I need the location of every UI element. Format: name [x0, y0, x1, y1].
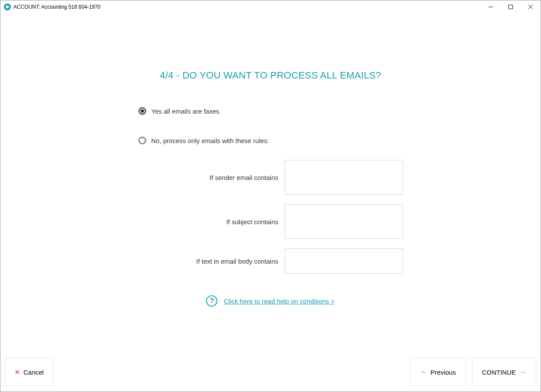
previous-label: Previous	[430, 369, 456, 376]
radio-no-label: No, process only emails with these rules…	[151, 137, 269, 144]
rule-sender-row: If sender email contains	[138, 160, 403, 195]
svg-rect-1	[509, 5, 513, 9]
right-buttons: ← Previous CONTINUE →	[410, 358, 536, 386]
page-heading: 4/4 - DO YOU WANT TO PROCESS ALL EMAILS?	[0, 70, 541, 81]
previous-button[interactable]: ← Previous	[410, 358, 466, 386]
titlebar: ACCOUNT: Accounting 518 604-1970	[0, 0, 541, 13]
radio-no-rules[interactable]: No, process only emails with these rules…	[138, 137, 403, 144]
help-link[interactable]: Click here to read help on conditions >	[224, 297, 335, 305]
form-area: Yes all emails are faxes No, process onl…	[138, 107, 403, 307]
continue-button[interactable]: CONTINUE →	[472, 358, 536, 386]
cancel-label: Cancel	[23, 369, 44, 376]
maximize-button[interactable]	[501, 0, 521, 13]
radio-yes-label: Yes all emails are faxes	[151, 108, 220, 115]
rule-body-label: If text in email body contains	[196, 258, 278, 265]
window-controls	[481, 0, 541, 13]
window-title: ACCOUNT: Accounting 518 604-1970	[13, 4, 481, 10]
continue-label: CONTINUE	[482, 369, 516, 376]
rule-sender-label: If sender email contains	[210, 174, 278, 181]
radio-icon-checked	[138, 107, 146, 115]
minimize-button[interactable]	[481, 0, 501, 13]
radio-icon-unchecked	[138, 137, 146, 144]
radio-yes-all[interactable]: Yes all emails are faxes	[138, 107, 403, 115]
footer: ✕ Cancel ← Previous CONTINUE →	[5, 358, 536, 386]
app-icon	[4, 3, 11, 10]
help-icon: ?	[206, 295, 217, 307]
subject-input[interactable]	[285, 204, 403, 239]
body-input[interactable]	[285, 248, 403, 274]
cancel-icon: ✕	[15, 369, 20, 376]
close-button[interactable]	[521, 0, 541, 13]
help-row: ? Click here to read help on conditions …	[138, 295, 403, 307]
rule-body-row: If text in email body contains	[138, 248, 403, 274]
arrow-left-icon: ←	[420, 368, 427, 376]
rule-subject-label: If subject contains	[226, 218, 278, 225]
sender-input[interactable]	[285, 160, 403, 195]
cancel-button[interactable]: ✕ Cancel	[5, 358, 54, 386]
arrow-right-icon: →	[519, 368, 526, 376]
rule-subject-row: If subject contains	[138, 204, 403, 239]
content: 4/4 - DO YOU WANT TO PROCESS ALL EMAILS?…	[0, 13, 541, 392]
